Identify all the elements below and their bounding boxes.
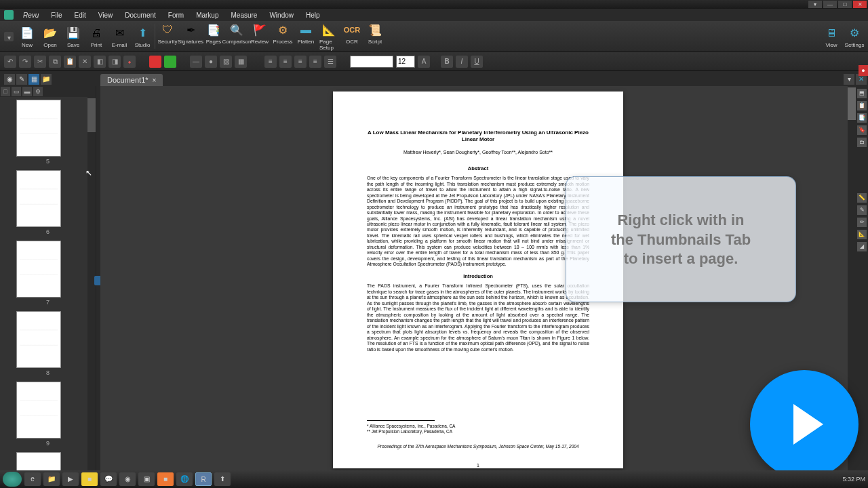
rtool-4[interactable]: 🔖 [857,125,867,135]
list-button[interactable]: ☰ [324,56,336,68]
script-button[interactable]: 📜Script [366,22,384,51]
review-button[interactable]: 🚩Review [250,22,269,51]
menu-window[interactable]: Window [264,10,299,20]
comparison-button[interactable]: 🔍Comparison [227,22,246,51]
tool-c-button[interactable]: ⬥ [123,56,136,68]
thumbnail-page-7[interactable] [16,241,61,298]
menu-help[interactable]: Help [300,10,326,20]
menu-file[interactable]: File [45,10,67,20]
rtool-3[interactable]: 📑 [857,113,867,123]
menu-markup[interactable]: Markup [191,10,224,20]
align-center-button[interactable]: ≡ [279,56,292,68]
security-button[interactable]: 🛡Security [158,22,177,51]
signatures-button[interactable]: ✒Signatures [181,22,200,51]
tool-b-button[interactable]: ◨ [108,56,121,68]
flag-red-button[interactable] [149,56,161,68]
undo-button[interactable]: ↶ [4,56,16,68]
close-button[interactable]: ✕ [853,1,867,8]
tool-a-button[interactable]: ◧ [94,56,106,68]
maximize-button[interactable]: □ [838,1,852,8]
copy-button[interactable]: ⧉ [49,56,61,68]
view-button[interactable]: 🖥View [822,25,841,48]
thumbnail-page-5[interactable] [16,100,61,157]
minimize-button[interactable]: — [823,1,837,8]
pagesetup-button[interactable]: 📐Page Setup [319,22,338,51]
thumb-view-2[interactable]: ▭ [12,87,21,96]
flatten-button[interactable]: ▬Flatten [296,22,315,51]
play-button[interactable] [750,370,859,479]
open-button[interactable]: 📂Open [41,25,60,48]
panel-btn-2[interactable]: ✎ [16,74,27,85]
rtool-2[interactable]: 📋 [857,101,867,110]
font-size-input[interactable] [396,56,415,68]
rtool-7[interactable]: ✎ [857,205,867,215]
rtool-9[interactable]: 📐 [857,230,867,239]
menu-measure[interactable]: Measure [226,10,263,20]
profile-dropdown[interactable]: ▾ [4,32,14,41]
thumb-view-3[interactable]: ▬ [22,87,32,96]
rtool-8[interactable]: ✏ [857,218,867,227]
ocr-icon: OCR [344,22,360,38]
menu-edit[interactable]: Edit [68,10,91,20]
rtool-5[interactable]: 🗀 [857,138,867,147]
thumbnail-page-8[interactable] [16,311,61,368]
rtool-10[interactable]: ◢ [857,242,867,251]
thumbnails-panel-button[interactable]: ▦ [28,74,39,85]
thumb-view-1[interactable]: □ [1,87,10,96]
rtool-1[interactable]: ⬒ [857,89,867,98]
fill-button[interactable]: ● [205,56,217,68]
font-input[interactable] [350,56,393,68]
menu-document[interactable]: Document [119,10,161,20]
ocr-button[interactable]: OCROCR [342,22,361,51]
panel-btn-4[interactable]: 📁 [41,74,52,85]
taskbar-revu[interactable]: R [195,472,212,486]
document-tab[interactable]: Document1* × [100,74,163,86]
cut-button[interactable]: ✂ [34,56,46,68]
settings-button[interactable]: ⚙Settings [845,25,864,48]
bold-button[interactable]: B [441,56,453,68]
pages-button[interactable]: 📑Pages [204,22,223,51]
align-right-button[interactable]: ≡ [294,56,307,68]
thumb-settings[interactable]: ⚙ [33,87,43,96]
grid-button[interactable]: ▦ [235,56,247,68]
taskbar-app-4[interactable]: ◉ [119,472,136,486]
redo-button[interactable]: ↷ [19,56,31,68]
menu-form[interactable]: Form [163,10,189,20]
taskbar-app-6[interactable]: ■ [157,472,174,486]
print-button[interactable]: 🖨Print [87,25,106,48]
align-justify-button[interactable]: ≡ [309,56,321,68]
underline-button[interactable]: U [471,56,483,68]
paste-button[interactable]: 📋 [64,56,76,68]
taskbar-app-8[interactable]: ⬆ [214,472,231,486]
align-left-button[interactable]: ≡ [264,56,277,68]
hatch-button[interactable]: ▨ [220,56,232,68]
thumbnails-list[interactable]: 5 6 7 8 9 10 [0,97,96,473]
taskbar-app-7[interactable]: 🌐 [176,472,193,486]
taskbar-app-3[interactable]: 💬 [100,472,117,486]
taskbar-explorer[interactable]: 📁 [43,472,60,486]
delete-button[interactable]: ✕ [79,56,91,68]
studio-button[interactable]: ⬆Studio [133,25,152,48]
italic-button[interactable]: I [456,56,468,68]
panel-btn-1[interactable]: ◉ [4,74,15,85]
menu-view[interactable]: View [93,10,119,20]
font-color-button[interactable]: A [418,56,430,68]
close-tab-icon[interactable]: × [153,77,157,84]
start-button[interactable] [3,472,22,487]
right-panel-dropdown[interactable]: ▾ [844,74,854,85]
flag-green-button[interactable] [164,56,176,68]
new-button[interactable]: 📄New [18,25,37,48]
help-dropdown[interactable]: ▾ [808,1,822,8]
taskbar-ie[interactable]: e [24,472,41,486]
rtool-6[interactable]: 📏 [857,193,867,203]
process-button[interactable]: ⚙Process [273,22,292,51]
taskbar-app-2[interactable]: ■ [81,472,98,486]
taskbar-app-1[interactable]: ▶ [62,472,79,486]
thumbnail-page-6[interactable] [16,170,61,227]
right-record-tab[interactable]: ● [859,65,868,76]
line-button[interactable]: — [190,56,202,68]
email-button[interactable]: ✉E-mail [110,25,129,48]
taskbar-app-5[interactable]: ▣ [138,472,155,486]
thumbnail-page-9[interactable] [16,382,61,439]
save-button[interactable]: 💾Save [64,25,83,48]
